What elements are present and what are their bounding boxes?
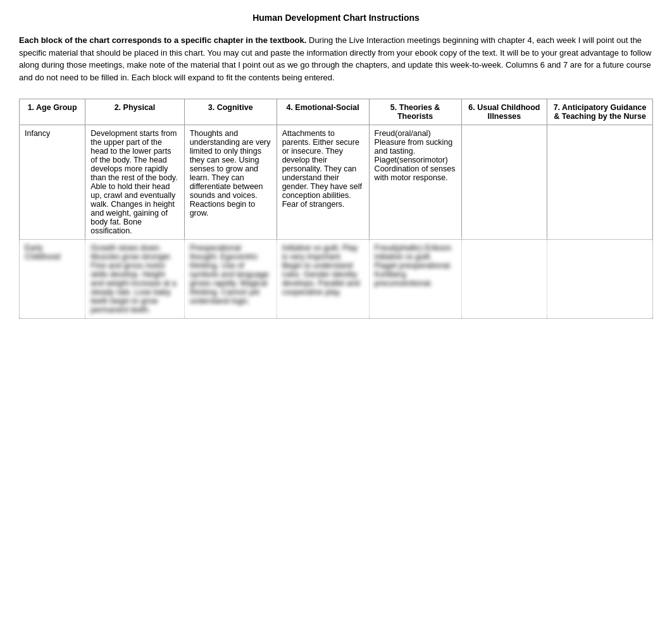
header-theories-theorists: 5. Theories & Theorists: [369, 99, 461, 125]
development-chart: 1. Age Group 2. Physical 3. Cognitive 4.…: [19, 99, 653, 319]
header-cognitive: 3. Cognitive: [184, 99, 277, 125]
page-title: Human Development Chart Instructions: [19, 13, 653, 23]
header-physical: 2. Physical: [85, 99, 184, 125]
header-emotional-social: 4. Emotional-Social: [277, 99, 369, 125]
cell-cognitive-early: Preoperational thought. Egocentric think…: [184, 240, 277, 319]
instructions-bold: Each block of the chart corresponds to a…: [19, 35, 306, 45]
instructions-text: Each block of the chart corresponds to a…: [19, 34, 653, 83]
cell-cognitive-infancy: Thoughts and understanding are very limi…: [184, 125, 277, 240]
cell-physical-infancy: Development starts from the upper part o…: [85, 125, 184, 240]
table-row: Early Childhood Growth slows down. Muscl…: [20, 240, 653, 319]
cell-age-group-infancy: Infancy: [20, 125, 85, 240]
cell-theories-early: Freud(phallic) Erikson initiative vs gui…: [369, 240, 461, 319]
cell-emotional-early: Initiative vs guilt. Play is very import…: [277, 240, 369, 319]
cell-anticipatory-infancy: [547, 125, 653, 240]
cell-theories-infancy: Freud(oral/anal) Pleasure from sucking a…: [369, 125, 461, 240]
cell-emotional-infancy: Attachments to parents. Either secure or…: [277, 125, 369, 240]
cell-physical-early: Growth slows down. Muscles grow stronger…: [85, 240, 184, 319]
table-row: Infancy Development starts from the uppe…: [20, 125, 653, 240]
header-row: 1. Age Group 2. Physical 3. Cognitive 4.…: [20, 99, 653, 125]
cell-usual-infancy: [461, 125, 547, 240]
cell-usual-early: [461, 240, 547, 319]
cell-anticipatory-early: [547, 240, 653, 319]
header-usual-childhood: 6. Usual Childhood Illnesses: [461, 99, 547, 125]
cell-age-group-early: Early Childhood: [20, 240, 85, 319]
header-anticipatory: 7. Anticipatory Guidance & Teaching by t…: [547, 99, 653, 125]
header-age-group: 1. Age Group: [20, 99, 85, 125]
